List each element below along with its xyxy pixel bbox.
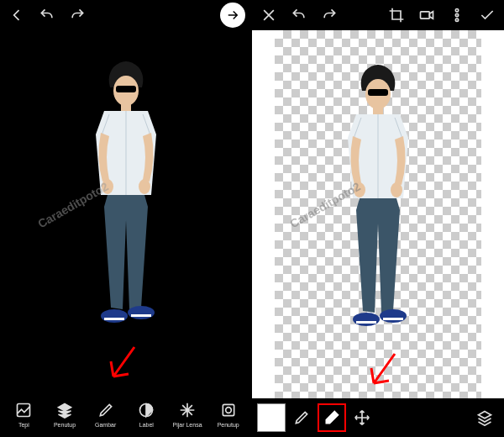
redo-icon[interactable] [319, 5, 339, 25]
svg-point-5 [101, 309, 128, 323]
svg-point-19 [391, 182, 402, 197]
undo-icon[interactable] [289, 5, 309, 25]
editor-pane-right: Caraeditpoto2 [252, 0, 504, 437]
svg-point-12 [455, 9, 458, 12]
svg-point-10 [225, 408, 231, 413]
confirm-icon[interactable] [477, 5, 497, 25]
sticker-circle-icon [137, 401, 155, 419]
svg-point-13 [455, 13, 458, 16]
canvas-left[interactable]: Caraeditpoto2 [0, 30, 252, 392]
tool-tepi[interactable]: Tepi [3, 401, 45, 428]
next-button[interactable] [220, 3, 245, 28]
svg-point-4 [139, 179, 150, 194]
tool-label[interactable]: Label [126, 401, 167, 428]
mask-icon [219, 401, 238, 419]
person-cutout [319, 64, 437, 350]
brush-icon [97, 401, 115, 419]
tool-label: Gambar [95, 422, 116, 428]
svg-point-6 [128, 306, 155, 319]
svg-rect-2 [121, 103, 131, 111]
svg-point-3 [102, 179, 113, 194]
toolbar-left: Tepi Penutup Gambar Label Pijar Lensa Pe… [0, 392, 252, 437]
tool-label: Pijar Lensa [173, 422, 202, 428]
svg-point-18 [354, 182, 365, 197]
svg-rect-17 [373, 106, 383, 114]
tool-label: Penutup [218, 422, 239, 428]
more-icon[interactable] [447, 5, 467, 25]
svg-rect-7 [18, 404, 30, 417]
svg-point-21 [380, 309, 407, 323]
toolbar-right [252, 398, 504, 437]
tool-background[interactable] [257, 403, 286, 432]
tool-label: Label [139, 422, 154, 428]
tool-penutup[interactable]: Penutup [45, 401, 86, 428]
lens-flare-icon [178, 401, 197, 419]
crop-icon[interactable] [386, 5, 407, 25]
svg-rect-9 [223, 404, 234, 415]
tutorial-arrow-left [101, 343, 143, 392]
topbar-right [252, 0, 504, 30]
tool-gambar[interactable]: Gambar [85, 401, 126, 428]
tool-layers[interactable] [470, 403, 499, 432]
svg-rect-16 [368, 89, 388, 96]
redo-icon[interactable] [67, 5, 87, 25]
close-icon[interactable] [259, 5, 279, 25]
tool-pijar-lensa[interactable]: Pijar Lensa [167, 401, 208, 428]
tool-label: Tepi [18, 422, 29, 428]
svg-point-20 [353, 313, 380, 326]
undo-icon[interactable] [37, 5, 57, 25]
tool-move[interactable] [348, 403, 376, 432]
svg-rect-11 [421, 12, 430, 18]
tool-brush[interactable] [287, 403, 316, 432]
edge-icon [14, 401, 33, 419]
topbar-left [0, 0, 252, 30]
svg-point-14 [455, 18, 458, 21]
svg-rect-1 [116, 86, 136, 92]
tool-label: Penutup [54, 422, 76, 428]
back-icon[interactable] [7, 5, 27, 25]
canvas-right[interactable]: Caraeditpoto2 [252, 30, 504, 398]
video-icon[interactable] [417, 5, 437, 25]
editor-pane-left: Caraeditpoto2 Tepi Penutup Gambar Label … [0, 0, 252, 437]
tool-penutup-2[interactable]: Penutup [207, 401, 249, 428]
tool-eraser[interactable] [318, 403, 346, 432]
layers-icon [55, 401, 74, 419]
person-cutout [67, 61, 185, 346]
